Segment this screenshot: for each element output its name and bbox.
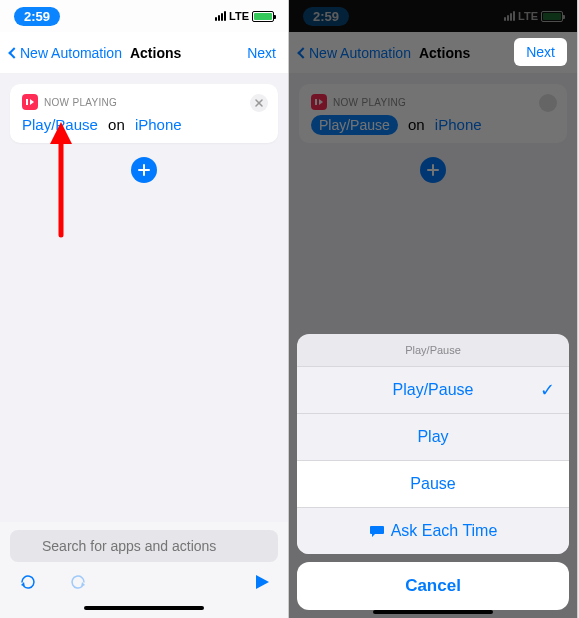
bottom-toolbar-area [0,522,288,618]
signal-icon [215,11,226,21]
card-header-label: NOW PLAYING [44,97,117,108]
search-input[interactable] [10,530,278,562]
status-indicators: LTE [215,10,274,22]
card-body: Play/Pause on iPhone [22,116,266,133]
card-header: NOW PLAYING [22,94,266,110]
device-token[interactable]: iPhone [135,116,182,133]
toolbar [10,562,278,600]
phone-screen-left: 2:59 LTE New Automation Actions Next NOW… [0,0,289,618]
option-play-pause[interactable]: Play/Pause ✓ [297,367,569,414]
status-time: 2:59 [14,9,60,24]
status-bar: 2:59 LTE [0,0,288,32]
close-icon[interactable] [250,94,268,112]
home-indicator[interactable] [84,606,204,610]
option-play[interactable]: Play [297,414,569,461]
next-button[interactable]: Next [514,38,567,66]
content-area: NOW PLAYING Play/Pause on iPhone [0,74,288,193]
now-playing-icon [22,94,38,110]
back-label: New Automation [20,45,122,61]
search-wrap [10,530,278,562]
undo-icon[interactable] [18,572,38,596]
sheet-header: Play/Pause [297,334,569,367]
svg-marker-1 [30,99,34,105]
token-on: on [108,116,125,133]
svg-marker-10 [21,582,25,587]
redo-icon[interactable] [68,572,88,596]
option-label: Play/Pause [393,381,474,399]
back-button[interactable]: New Automation [10,45,122,61]
add-action-button[interactable] [131,157,157,183]
svg-rect-0 [26,99,28,105]
option-label: Play [417,428,448,446]
option-pause[interactable]: Pause [297,461,569,508]
add-action-wrap [10,157,278,183]
time-pill: 2:59 [14,7,60,26]
option-label: Ask Each Time [391,522,498,540]
svg-marker-12 [256,575,269,589]
chevron-left-icon [8,47,19,58]
next-button[interactable]: Next [247,45,276,61]
option-label: Pause [410,475,455,493]
action-card[interactable]: NOW PLAYING Play/Pause on iPhone [10,84,278,143]
action-token[interactable]: Play/Pause [22,116,98,133]
nav-header: New Automation Actions Next [0,32,288,74]
cancel-button[interactable]: Cancel [297,562,569,610]
home-indicator[interactable] [373,610,493,614]
battery-icon [252,11,274,22]
network-label: LTE [229,10,249,22]
action-sheet: Play/Pause Play/Pause ✓ Play Pause Ask E… [297,334,569,610]
option-ask-each-time[interactable]: Ask Each Time [297,508,569,554]
sheet-options-group: Play/Pause Play/Pause ✓ Play Pause Ask E… [297,334,569,554]
checkmark-icon: ✓ [540,379,555,401]
message-icon [369,524,385,538]
svg-marker-11 [81,582,85,587]
phone-screen-right: 2:59 LTE New Automation Actions N [289,0,578,618]
run-icon[interactable] [254,574,270,594]
page-title: Actions [130,45,181,61]
